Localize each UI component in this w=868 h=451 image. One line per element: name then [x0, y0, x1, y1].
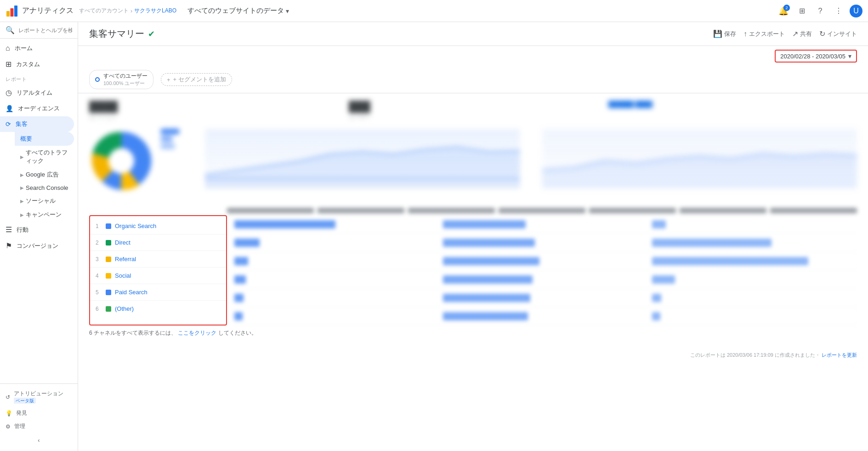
sidebar-item-acquisition[interactable]: ⟳ 集客 — [0, 116, 74, 132]
channel-color-dot — [106, 290, 111, 295]
sidebar: 🔍 ⌂ ホーム ⊞ カスタム レポート ◷ リアルタイム 👤 オーディエンス — [0, 22, 78, 451]
bar1 — [234, 239, 260, 247]
date-range-value: 2020/02/28 - 2020/03/05 — [780, 53, 845, 60]
discover-icon: 💡 — [6, 410, 12, 417]
sidebar-item-behavior[interactable]: ☰ 行動 — [0, 222, 74, 238]
sidebar-item-social[interactable]: ▶ ソーシャル — [15, 194, 74, 208]
sidebar-item-search-console-label: Search Console — [26, 184, 68, 191]
line-chart-right — [542, 129, 857, 188]
bar1 — [234, 220, 335, 228]
channel-color-dot — [106, 257, 111, 262]
admin-icon: ⚙ — [6, 423, 11, 430]
bar3 — [652, 294, 661, 302]
app-title: アナリティクス — [22, 6, 74, 16]
bar3 — [652, 220, 666, 228]
avatar-icon: U — [853, 7, 859, 15]
channel-name-0[interactable]: Organic Search — [115, 223, 221, 229]
metric-link: ██████ ████ — [608, 101, 857, 121]
channel-row-6: 6 (Other) — [90, 301, 226, 317]
sidebar-item-discover[interactable]: 💡 発見 — [6, 406, 72, 420]
bars-row-1 — [234, 215, 857, 234]
date-range-button[interactable]: 2020/02/28 - 2020/03/05 ▾ — [775, 50, 857, 63]
sidebar-bottom: ↺ アトリビューション ベータ版 💡 発見 ⚙ 管理 ‹ — [0, 383, 78, 451]
sidebar-item-google-ads[interactable]: ▶ Google 広告 — [15, 168, 74, 182]
channel-row-3: 3 Referral — [90, 251, 226, 268]
sidebar-item-social-label: ソーシャル — [26, 197, 56, 205]
svg-point-3 — [108, 148, 134, 174]
sidebar-collapse-button[interactable]: ‹ — [6, 433, 72, 447]
expand-icon: ▶ — [20, 154, 24, 160]
dropdown-chevron: ▾ — [286, 7, 289, 15]
sidebar-item-all-traffic[interactable]: ▶ すべてのトラフィック — [15, 146, 74, 168]
svg-rect-1 — [11, 8, 14, 17]
channel-row-5: 5 Paid Search — [90, 284, 226, 301]
bars-row-3 — [234, 252, 857, 270]
channel-num: 4 — [96, 273, 102, 279]
insight-button[interactable]: ↻ インサイト — [819, 29, 857, 38]
table-section: 1 Organic Search 2 Direct 3 Referral 4 S… — [78, 208, 868, 348]
bar2 — [443, 257, 539, 265]
export-button[interactable]: ↑ エクスポート — [743, 30, 785, 38]
breadcrumb-account[interactable]: すべてのアカウント — [79, 7, 129, 15]
page-title: 集客サマリー — [89, 28, 144, 40]
sidebar-item-overview[interactable]: 概要 — [15, 132, 74, 146]
channel-table: 1 Organic Search 2 Direct 3 Referral 4 S… — [89, 215, 857, 325]
all-users-segment[interactable]: すべてのユーザー 100.00% ユーザー — [89, 70, 153, 89]
attribution-label: アトリビューション ベータ版 — [14, 390, 63, 404]
share-icon: ↗ — [792, 29, 798, 38]
save-button[interactable]: 💾 保存 — [713, 29, 736, 38]
notification-badge: 2 — [783, 5, 790, 11]
sidebar-item-all-traffic-label: すべてのトラフィック — [26, 148, 68, 165]
sidebar-item-overview-label: 概要 — [20, 135, 32, 143]
share-button[interactable]: ↗ 共有 — [792, 29, 812, 38]
help-button[interactable]: ? — [813, 4, 828, 18]
user-avatar[interactable]: U — [850, 5, 862, 17]
apps-button[interactable]: ⊞ — [794, 4, 809, 18]
bar1 — [234, 257, 248, 265]
blurred-metrics: ████ セッション ███ ユーザー ██████ ████ — [89, 101, 857, 193]
sidebar-item-search-console[interactable]: ▶ Search Console — [15, 182, 74, 194]
channel-name-2[interactable]: Referral — [115, 256, 221, 263]
channel-num: 2 — [96, 240, 102, 246]
bars-row-6 — [234, 307, 857, 325]
sidebar-search-container: 🔍 — [0, 22, 78, 39]
report-refresh-link[interactable]: レポートを更新 — [822, 352, 857, 358]
sidebar-item-admin[interactable]: ⚙ 管理 — [6, 420, 72, 433]
insight-icon: ↻ — [819, 29, 825, 38]
sidebar-item-conversions[interactable]: ⚑ コンバージョン — [0, 238, 74, 254]
channel-name-5[interactable]: (Other) — [115, 305, 221, 312]
expand-icon4: ▶ — [20, 199, 24, 204]
audience-icon: 👤 — [6, 105, 13, 112]
search-icon: 🔍 — [6, 26, 15, 34]
charts-row — [89, 129, 857, 193]
site-selector-dropdown[interactable]: すべてのウェブサイトのデータ ▾ — [187, 6, 289, 15]
channel-name-1[interactable]: Direct — [115, 239, 221, 246]
notifications-button[interactable]: 🔔 2 — [776, 4, 791, 18]
sidebar-item-campaigns[interactable]: ▶ キャンペーン — [15, 208, 74, 222]
svg-rect-2 — [14, 6, 17, 17]
sidebar-item-attribution[interactable]: ↺ アトリビューション ベータ版 — [6, 388, 72, 406]
add-segment-button[interactable]: + + セグメントを追加 — [161, 73, 232, 86]
acquisition-icon: ⟳ — [6, 120, 11, 128]
sidebar-item-custom[interactable]: ⊞ カスタム — [0, 56, 74, 72]
segment-dot — [95, 77, 100, 82]
channel-color-dot — [106, 240, 111, 245]
click-here-link[interactable]: ここをクリック — [178, 330, 216, 336]
sidebar-item-audience[interactable]: 👤 オーディエンス — [0, 101, 74, 116]
channel-color-dot — [106, 306, 111, 312]
breadcrumb-site[interactable]: サクラサクLABO — [134, 7, 176, 15]
bar2 — [443, 239, 535, 247]
footer-note: 6 チャネルをすべて表示するには、 ここをクリック してください。 — [89, 329, 857, 337]
acquisition-submenu: 概要 ▶ すべてのトラフィック ▶ Google 広告 ▶ Search Con… — [0, 132, 78, 222]
sidebar-item-home[interactable]: ⌂ ホーム — [0, 40, 74, 56]
search-input[interactable] — [18, 27, 72, 34]
channel-name-4[interactable]: Paid Search — [115, 289, 221, 296]
custom-icon: ⊞ — [6, 60, 11, 69]
segment-bar: すべてのユーザー 100.00% ユーザー + + セグメントを追加 — [78, 66, 868, 93]
metric-sessions: ████ セッション — [89, 101, 338, 121]
sidebar-item-realtime[interactable]: ◷ リアルタイム — [0, 85, 74, 101]
expand-icon2: ▶ — [20, 172, 24, 177]
more-button[interactable]: ⋮ — [831, 4, 846, 18]
channel-name-3[interactable]: Social — [115, 272, 221, 279]
attribution-icon: ↺ — [6, 394, 10, 400]
